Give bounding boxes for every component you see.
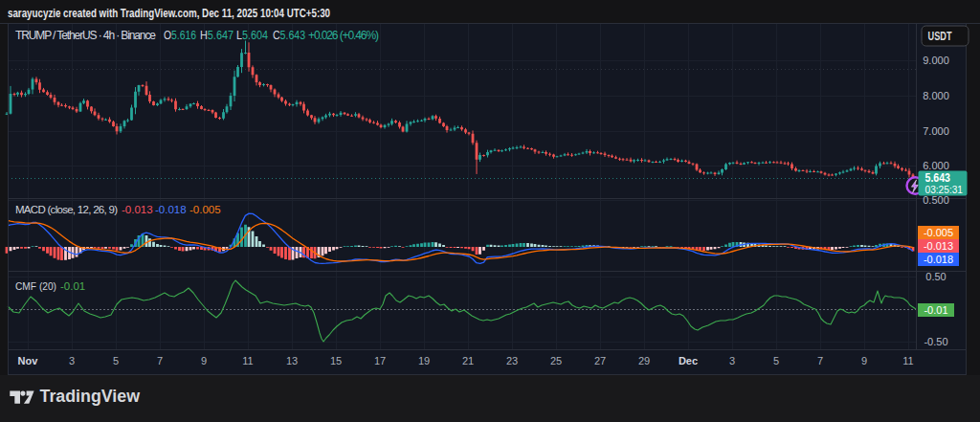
- svg-text:23: 23: [506, 355, 518, 366]
- svg-text:H5.647: H5.647: [200, 29, 234, 42]
- svg-text:-0.013: -0.013: [924, 240, 953, 252]
- svg-text:9.000: 9.000: [923, 55, 949, 66]
- svg-text:13: 13: [286, 355, 298, 366]
- svg-text:CMF (20): CMF (20): [15, 280, 56, 292]
- svg-text:-0.005: -0.005: [189, 204, 221, 215]
- svg-text:-0.013: -0.013: [122, 204, 153, 215]
- svg-text:Nov: Nov: [18, 355, 39, 366]
- svg-text:17: 17: [374, 355, 386, 366]
- svg-text:7.000: 7.000: [923, 125, 949, 137]
- svg-text:Dec: Dec: [679, 355, 698, 366]
- svg-text:3: 3: [69, 355, 75, 366]
- svg-text:O5.616: O5.616: [164, 29, 196, 42]
- svg-text:MACD (close, 12, 26, 9): MACD (close, 12, 26, 9): [15, 204, 118, 215]
- svg-text:9: 9: [201, 355, 207, 366]
- svg-text:5: 5: [773, 355, 779, 366]
- svg-text:5: 5: [113, 355, 119, 366]
- svg-text:-0.50: -0.50: [924, 336, 947, 347]
- svg-text:+0.026 (+0.46%): +0.026 (+0.46%): [308, 29, 379, 42]
- svg-text:C5.643: C5.643: [273, 29, 305, 42]
- svg-text:-0.018: -0.018: [155, 204, 187, 215]
- svg-text:03:25:31: 03:25:31: [925, 184, 964, 195]
- svg-text:USDT: USDT: [928, 30, 953, 43]
- svg-text:27: 27: [594, 355, 606, 366]
- svg-text:-0.018: -0.018: [924, 254, 953, 265]
- svg-text:-0.01: -0.01: [60, 280, 85, 292]
- svg-text:0.500: 0.500: [923, 194, 949, 206]
- svg-text:7: 7: [157, 355, 163, 366]
- svg-text:L5.604: L5.604: [236, 29, 268, 42]
- svg-text:3: 3: [729, 355, 735, 366]
- svg-text:8.000: 8.000: [923, 90, 949, 101]
- svg-text:0.50: 0.50: [925, 271, 946, 282]
- svg-text:29: 29: [638, 355, 650, 366]
- svg-text:-0.005: -0.005: [924, 227, 953, 238]
- svg-text:7: 7: [817, 355, 823, 366]
- svg-text:19: 19: [418, 355, 430, 366]
- svg-text:TRUMP / TetherUS · 4h · Binanc: TRUMP / TetherUS · 4h · Binance: [15, 29, 156, 42]
- svg-text:-0.01: -0.01: [924, 304, 947, 316]
- svg-text:11: 11: [902, 355, 913, 366]
- svg-text:25: 25: [550, 355, 562, 366]
- svg-text:21: 21: [462, 355, 474, 366]
- svg-text:sarayucyzie created with Tradi: sarayucyzie created with TradingView.com…: [8, 7, 330, 20]
- svg-text:6.000: 6.000: [923, 160, 949, 171]
- svg-text:TradingView: TradingView: [40, 387, 141, 406]
- svg-text:15: 15: [330, 355, 342, 366]
- svg-text:9: 9: [861, 355, 867, 366]
- svg-text:11: 11: [242, 355, 253, 366]
